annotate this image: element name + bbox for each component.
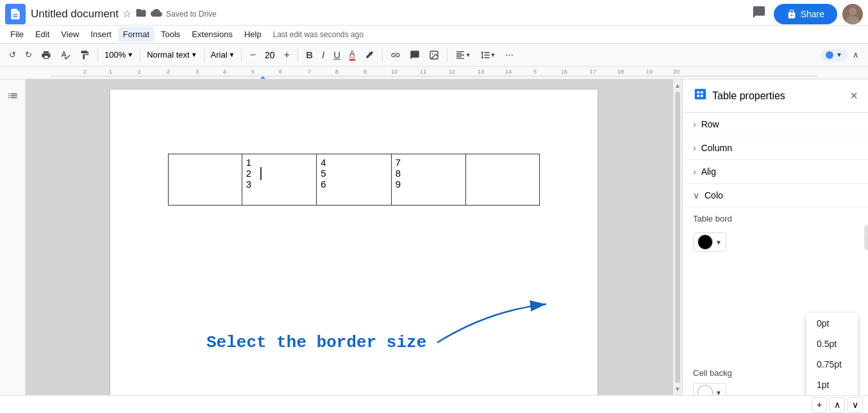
text-color-button[interactable]: A	[346, 46, 359, 63]
undo-button[interactable]: ↺	[5, 47, 20, 62]
border-size-0pt[interactable]: 0pt	[806, 313, 858, 334]
panel-close-button[interactable]: ×	[850, 88, 858, 103]
underline-button[interactable]: U	[330, 47, 344, 63]
redo-button[interactable]: ↻	[21, 47, 36, 62]
table-border-label: Table border	[693, 214, 858, 223]
side-panel: Table properties × › Row › Column › Alig…	[682, 79, 868, 395]
scroll-up-button[interactable]: ∧	[830, 397, 845, 412]
table-cell-0-4[interactable]	[466, 154, 540, 206]
ruler: 2 1 1 2 3 4 5 6 7 8 9 10 11 12 13 14 5 1…	[0, 67, 868, 79]
doc-area[interactable]: 123 456 789 Select the border size	[26, 79, 682, 395]
user-avatar[interactable]	[842, 4, 863, 24]
svg-text:8: 8	[335, 69, 338, 75]
panel-section-align[interactable]: › Align	[683, 160, 868, 184]
border-size-075pt[interactable]: 0.75pt	[806, 354, 858, 375]
svg-point-2	[849, 8, 856, 15]
separator-1	[97, 49, 98, 61]
left-sidebar	[0, 79, 26, 395]
star-icon[interactable]: ☆	[122, 8, 131, 20]
svg-text:2: 2	[83, 69, 87, 75]
panel-header: Table properties ×	[683, 79, 868, 113]
panel-resize-handle[interactable]: ›	[864, 225, 868, 250]
align-button[interactable]: ▼	[451, 47, 475, 63]
column-section-label: Column	[701, 143, 858, 153]
folder-icon[interactable]	[135, 7, 147, 20]
line-spacing-button[interactable]: ▼	[476, 47, 500, 63]
paint-button[interactable]	[76, 47, 94, 63]
svg-text:19: 19	[646, 69, 653, 75]
highlight-button[interactable]	[360, 47, 378, 63]
cell-bg-chevron: ▼	[715, 389, 722, 396]
cell-bg-swatch	[697, 385, 713, 395]
comments-button[interactable]	[749, 3, 769, 25]
share-button[interactable]: Share	[774, 4, 837, 24]
spell-check-button[interactable]	[56, 47, 74, 63]
menu-bar: File Edit View Insert Format Tools Exten…	[0, 26, 868, 43]
separator-6	[382, 49, 383, 61]
zoom-dropdown[interactable]: 100% ▼	[102, 49, 136, 61]
menu-tools[interactable]: Tools	[156, 27, 185, 42]
image-button[interactable]	[425, 47, 443, 63]
increase-font-button[interactable]: +	[280, 47, 294, 63]
menu-extensions[interactable]: Extensions	[187, 27, 238, 42]
menu-file[interactable]: File	[5, 27, 29, 42]
menu-help[interactable]: Help	[239, 27, 267, 42]
menu-edit[interactable]: Edit	[30, 27, 54, 42]
svg-text:3: 3	[196, 69, 199, 75]
zoom-chevron: ▼	[127, 51, 133, 58]
svg-text:10: 10	[391, 69, 397, 75]
italic-button[interactable]: I	[318, 47, 328, 63]
color-dropdown-chevron: ▼	[715, 239, 722, 246]
panel-section-color[interactable]: ∨ Color	[683, 184, 868, 207]
border-size-dropdown: 0pt 0.5pt 0.75pt 1pt 1.5pt 2.25pt 3pt 4.…	[806, 313, 858, 395]
suggest-button[interactable]: ▼	[821, 49, 847, 61]
link-button[interactable]	[387, 47, 405, 63]
align-section-label: Align	[701, 166, 858, 177]
column-chevron-icon: ›	[693, 143, 696, 153]
separator-3	[204, 49, 204, 61]
outline-icon[interactable]	[3, 87, 22, 109]
bold-button[interactable]: B	[302, 47, 317, 63]
table-cell-0-1[interactable]: 123	[242, 154, 317, 206]
more-options-button[interactable]: ⋯	[501, 47, 517, 62]
menu-insert[interactable]: Insert	[85, 27, 117, 42]
svg-text:12: 12	[449, 69, 455, 75]
decrease-font-button[interactable]: −	[246, 47, 259, 63]
style-value: Normal text	[147, 50, 189, 60]
border-size-1pt[interactable]: 1pt	[806, 375, 858, 395]
zoom-value: 100%	[104, 50, 126, 60]
doc-title[interactable]: Untitled document	[31, 8, 119, 20]
menu-format[interactable]: Format	[118, 27, 154, 42]
panel-section-column[interactable]: › Column	[683, 136, 868, 160]
doc-table[interactable]: 123 456 789	[168, 154, 540, 206]
cloud-icon	[151, 7, 162, 20]
panel-section-row[interactable]: › Row	[683, 113, 868, 136]
font-dropdown[interactable]: Arial ▼	[208, 49, 238, 61]
comment-button[interactable]	[406, 47, 424, 63]
svg-text:5: 5	[251, 69, 255, 75]
color-picker-row: ▼	[683, 230, 868, 254]
add-page-button[interactable]: +	[812, 397, 827, 412]
border-color-button[interactable]: ▼	[693, 232, 726, 252]
print-button[interactable]	[37, 47, 55, 63]
svg-text:11: 11	[420, 69, 426, 75]
separator-5	[297, 49, 298, 61]
scrollbar[interactable]: ▲ ▼	[673, 79, 682, 395]
border-size-05pt[interactable]: 0.5pt	[806, 334, 858, 354]
annotation-text: Select the border size	[206, 333, 426, 352]
table-cell-0-3[interactable]: 789	[391, 154, 466, 206]
annotation-arrow	[424, 291, 565, 355]
svg-text:4: 4	[223, 69, 226, 75]
style-dropdown[interactable]: Normal text ▼	[144, 49, 199, 61]
table-cell-0-0[interactable]	[169, 154, 242, 206]
scroll-down-button[interactable]: ∨	[847, 397, 863, 412]
collapse-button[interactable]: ∧	[849, 47, 863, 62]
row-section-label: Row	[701, 119, 858, 129]
svg-text:9: 9	[363, 69, 367, 75]
align-chevron-icon: ›	[693, 166, 696, 177]
cell-bg-button[interactable]: ▼	[693, 383, 726, 395]
title-bar: Untitled document ☆ Saved to Drive Share	[0, 0, 868, 26]
table-cell-0-2[interactable]: 456	[317, 154, 392, 206]
font-size-input[interactable]	[261, 50, 279, 60]
menu-view[interactable]: View	[56, 27, 84, 42]
